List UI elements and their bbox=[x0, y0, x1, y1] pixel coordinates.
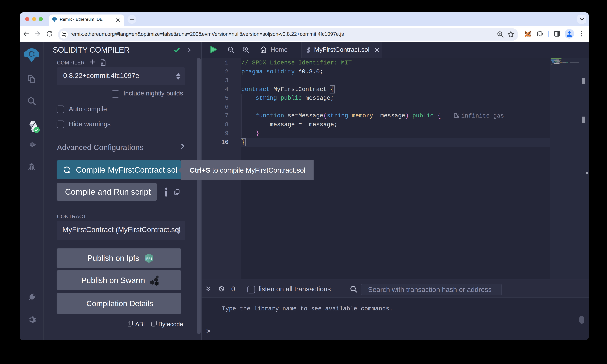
svg-text:IPFS: IPFS bbox=[145, 257, 153, 260]
